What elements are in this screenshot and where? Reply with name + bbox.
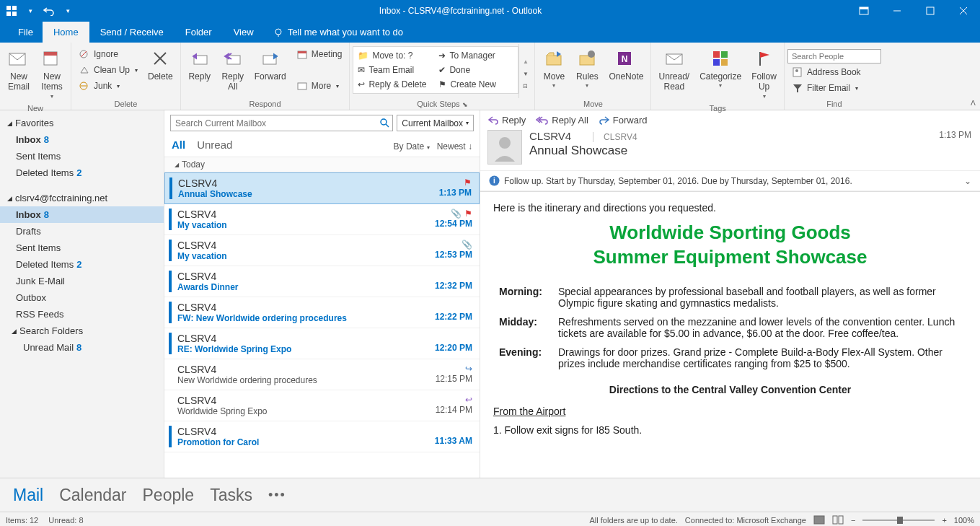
new-email-button[interactable]: New Email — [3, 44, 35, 95]
reading-forward-button[interactable]: Forward — [599, 115, 648, 126]
folder-outbox[interactable]: Outbox — [0, 289, 164, 306]
message-row[interactable]: CLSRV4New Worldwide ordering procedures↪… — [164, 359, 480, 390]
unread-read-button[interactable]: Unread/ Read — [654, 44, 694, 95]
svg-rect-38 — [793, 68, 801, 76]
folder-rss-feeds[interactable]: RSS Feeds — [0, 306, 164, 323]
qs-more-icon[interactable]: ⊟ — [523, 83, 528, 89]
menu-file[interactable]: File — [9, 22, 43, 43]
message-row[interactable]: CLSRV4My vacation📎⚑12:54 PM — [164, 204, 480, 235]
menu-home[interactable]: Home — [43, 22, 89, 43]
filter-email-button[interactable]: Filter Email▾ — [787, 81, 881, 95]
undo-icon[interactable] — [43, 5, 55, 17]
folder-deleted-items[interactable]: Deleted Items2 — [0, 165, 164, 181]
search-folders-header[interactable]: ◢Search Folders — [0, 323, 164, 339]
qs-team-email[interactable]: ✉Team Email — [355, 63, 436, 77]
menu-view[interactable]: View — [223, 22, 265, 43]
flag-icon: ⚑ — [464, 177, 472, 188]
tab-unread[interactable]: Unread — [197, 139, 232, 154]
app-icon[interactable] — [6, 5, 17, 17]
junk-button[interactable]: Junk▾ — [74, 79, 142, 93]
folder-inbox[interactable]: Inbox8 — [0, 131, 164, 148]
folder-unread-mail[interactable]: Unread Mail8 — [0, 339, 164, 356]
tell-me[interactable]: Tell me what you want to do — [265, 22, 412, 43]
maximize-button[interactable] — [914, 0, 947, 21]
window-title: Inbox - CLSRV4@fcctraining.net - Outlook — [74, 6, 847, 16]
more-button[interactable]: More▾ — [292, 79, 347, 93]
reading-reply-all-button[interactable]: Reply All — [536, 115, 588, 126]
message-row[interactable]: CLSRV4My vacation📎12:53 PM — [164, 235, 480, 266]
message-row[interactable]: CLSRV4Annual Showcase⚑1:13 PM — [164, 172, 480, 204]
new-items-button[interactable]: New Items▾ — [36, 44, 68, 102]
minimize-button[interactable] — [880, 0, 914, 21]
rules-button[interactable]: Rules▾ — [571, 44, 603, 92]
quick-steps-gallery[interactable]: 📁Move to: ? ➜To Manager ✉Team Email ✔Don… — [353, 46, 518, 94]
meeting-button[interactable]: Meeting — [292, 47, 347, 61]
message-row[interactable]: CLSRV4Promotion for Carol11:33 AM — [164, 421, 480, 452]
reading-reply-button[interactable]: Reply — [487, 115, 526, 126]
search-scope-dropdown[interactable]: Current Mailbox▾ — [397, 115, 474, 131]
view-reading-icon[interactable] — [832, 515, 844, 525]
folder-junk-e-mail[interactable]: Junk E-Mail — [0, 273, 164, 289]
qat-dropdown-icon[interactable]: ▾ — [25, 5, 36, 17]
nav-tasks[interactable]: Tasks — [210, 486, 252, 505]
message-time: 12:54 PM — [429, 219, 472, 229]
svg-point-39 — [795, 69, 798, 72]
move-button[interactable]: Move▾ — [538, 44, 570, 92]
svg-rect-33 — [713, 51, 720, 58]
folder-drafts[interactable]: Drafts — [0, 223, 164, 240]
folder-inbox[interactable]: Inbox8 — [0, 206, 164, 223]
group-find-label: Find — [787, 98, 881, 110]
folder-sent-items[interactable]: Sent Items — [0, 148, 164, 165]
close-button[interactable] — [947, 0, 980, 21]
search-mailbox-input[interactable] — [170, 115, 381, 131]
favorites-header[interactable]: ◢Favorites — [0, 115, 164, 131]
message-row[interactable]: CLSRV4RE: Worldwide Spring Expo12:20 PM — [164, 328, 480, 359]
reply-button[interactable]: Reply — [184, 44, 216, 84]
cleanup-button[interactable]: Clean Up▾ — [74, 63, 142, 77]
tab-all[interactable]: All — [172, 139, 185, 154]
reply-all-button[interactable]: Reply All — [217, 44, 249, 95]
account-header[interactable]: ◢clsrv4@fcctraining.net — [0, 190, 164, 206]
undo-dropdown-icon[interactable]: ▾ — [62, 5, 74, 17]
qs-reply-delete[interactable]: ↩Reply & Delete — [355, 77, 436, 92]
address-book-button[interactable]: Address Book — [787, 65, 881, 79]
ignore-button[interactable]: Ignore — [74, 47, 142, 61]
delete-button[interactable]: Delete — [144, 44, 177, 84]
nav-calendar[interactable]: Calendar — [59, 486, 126, 505]
more-icon — [296, 80, 308, 92]
qs-up-icon[interactable]: ▲ — [523, 58, 529, 65]
nav-people[interactable]: People — [143, 486, 195, 505]
followup-button[interactable]: Follow Up▾ — [747, 44, 781, 102]
sort-direction-dropdown[interactable]: Newest ↓ — [437, 141, 472, 152]
qs-done[interactable]: ✔Done — [436, 63, 516, 77]
collapse-ribbon-icon[interactable]: ᐱ — [971, 99, 976, 107]
qs-to-manager[interactable]: ➜To Manager — [436, 48, 516, 63]
nav-more-icon[interactable]: ••• — [268, 488, 286, 503]
menu-send-receive[interactable]: Send / Receive — [89, 22, 175, 43]
categorize-button[interactable]: Categorize▾ — [695, 44, 746, 92]
search-button[interactable] — [377, 115, 393, 131]
message-row[interactable]: CLSRV4FW: New Worldwide ordering procedu… — [164, 297, 480, 328]
folder-deleted-items[interactable]: Deleted Items2 — [0, 256, 164, 273]
view-normal-icon[interactable] — [813, 515, 825, 525]
followup-expand-icon[interactable]: ⌄ — [964, 176, 971, 186]
nav-mail[interactable]: Mail — [13, 486, 43, 505]
date-group-today[interactable]: ◢Today — [164, 157, 480, 172]
search-people-input[interactable] — [787, 49, 881, 63]
message-row[interactable]: CLSRV4Awards Dinner12:32 PM — [164, 266, 480, 297]
zoom-out-button[interactable]: − — [851, 516, 855, 525]
qs-move-to[interactable]: 📁Move to: ? — [355, 48, 436, 63]
qs-down-icon[interactable]: ▼ — [523, 71, 529, 77]
qs-create-new[interactable]: ⚑Create New — [436, 77, 516, 92]
message-subject: RE: Worldwide Spring Expo — [177, 344, 429, 354]
forward-button[interactable]: Forward — [250, 44, 291, 84]
menu-folder[interactable]: Folder — [175, 22, 223, 43]
zoom-slider[interactable] — [862, 520, 935, 521]
onenote-button[interactable]: NOneNote — [604, 44, 648, 84]
folder-sent-items[interactable]: Sent Items — [0, 240, 164, 256]
zoom-in-button[interactable]: + — [942, 516, 946, 525]
message-row[interactable]: CLSRV4Worldwide Spring Expo↩12:14 PM — [164, 390, 480, 421]
status-sync: All folders are up to date. — [590, 516, 678, 525]
ribbon-display-icon[interactable] — [847, 0, 880, 21]
sort-by-dropdown[interactable]: By Date ▾ — [394, 141, 430, 152]
